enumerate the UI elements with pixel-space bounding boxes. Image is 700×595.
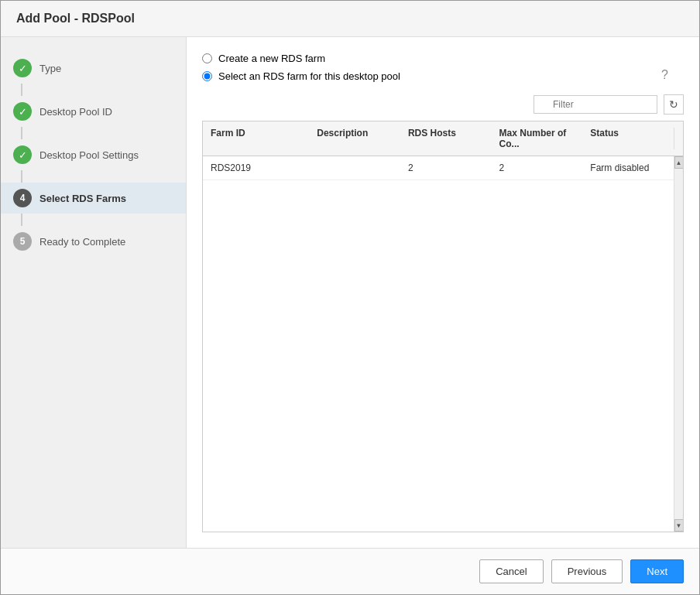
title-text: Add Pool - RDSPool	[16, 12, 135, 25]
sidebar-item-select-rds-farms[interactable]: 4 Select RDS Farms	[1, 183, 186, 214]
filter-wrap: ▼	[534, 95, 657, 114]
table-scrollbar: ▲ ▼	[674, 156, 683, 532]
radio-create-new-input[interactable]	[202, 53, 212, 63]
step-5-label: Ready to Complete	[39, 236, 125, 248]
radio-select-existing[interactable]: Select an RDS farm for this desktop pool	[202, 70, 684, 82]
sidebar-item-desktop-pool-settings[interactable]: ✓ Desktop Pool Settings	[1, 139, 186, 170]
add-pool-dialog: Add Pool - RDSPool ✓ Type ✓ Desktop Pool…	[0, 0, 700, 595]
table-body: RDS2019 2 2 Farm disabled ▲ ▼	[203, 156, 683, 532]
previous-button[interactable]: Previous	[551, 559, 623, 583]
radio-select-existing-input[interactable]	[202, 71, 212, 81]
sidebar-item-desktop-pool-id[interactable]: ✓ Desktop Pool ID	[1, 96, 186, 127]
step-5-icon: 5	[13, 232, 32, 251]
step-4-label: Select RDS Farms	[39, 193, 126, 204]
farms-table: Farm ID Description RDS Hosts Max Number…	[202, 121, 684, 532]
refresh-button[interactable]: ↻	[664, 94, 684, 115]
step-1-label: Type	[39, 63, 61, 74]
help-icon[interactable]: ?	[661, 68, 668, 82]
radio-create-new-label: Create a new RDS farm	[218, 53, 325, 64]
radio-select-existing-label: Select an RDS farm for this desktop pool	[218, 70, 400, 82]
cancel-button[interactable]: Cancel	[479, 559, 543, 583]
sidebar-item-ready-to-complete[interactable]: 5 Ready to Complete	[1, 226, 186, 257]
step-2-icon: ✓	[13, 102, 32, 121]
scroll-down-btn[interactable]: ▼	[674, 519, 684, 532]
next-button[interactable]: Next	[630, 559, 684, 583]
step-3-icon: ✓	[13, 145, 32, 164]
dialog-footer: Cancel Previous Next	[1, 548, 699, 594]
radio-create-new[interactable]: Create a new RDS farm	[202, 53, 684, 64]
cell-rds-hosts: 2	[400, 162, 492, 173]
step-connector-2	[21, 127, 22, 139]
cell-max-number: 2	[492, 162, 583, 173]
table-row[interactable]: RDS2019 2 2 Farm disabled	[203, 156, 674, 180]
dialog-title: Add Pool - RDSPool	[1, 1, 699, 37]
cell-farm-id: RDS2019	[203, 162, 309, 173]
scroll-up-btn[interactable]: ▲	[674, 156, 684, 169]
main-content: ? Create a new RDS farm Select an RDS fa…	[187, 37, 699, 548]
col-farm-id: Farm ID	[203, 128, 309, 149]
step-2-label: Desktop Pool ID	[39, 106, 112, 118]
content-top: ? Create a new RDS farm Select an RDS fa…	[202, 53, 684, 121]
step-4-icon: 4	[13, 189, 32, 207]
cell-status: Farm disabled	[582, 162, 674, 173]
filter-input[interactable]	[534, 95, 657, 114]
col-rds-hosts: RDS Hosts	[400, 128, 492, 149]
step-1-icon: ✓	[13, 59, 32, 77]
radio-group: Create a new RDS farm Select an RDS farm…	[202, 53, 684, 82]
step-3-label: Desktop Pool Settings	[39, 149, 139, 161]
scroll-track	[674, 169, 684, 519]
dialog-body: ✓ Type ✓ Desktop Pool ID ✓ Desktop Pool …	[1, 37, 699, 548]
steps-sidebar: ✓ Type ✓ Desktop Pool ID ✓ Desktop Pool …	[1, 37, 187, 548]
col-description: Description	[309, 128, 400, 149]
step-connector-3	[21, 170, 22, 183]
step-connector-4	[21, 214, 22, 226]
table-header: Farm ID Description RDS Hosts Max Number…	[203, 121, 683, 156]
table-rows-wrap: RDS2019 2 2 Farm disabled	[203, 156, 674, 532]
cell-description	[309, 162, 400, 173]
step-connector-1	[21, 84, 22, 96]
sidebar-item-type[interactable]: ✓ Type	[1, 53, 186, 84]
col-status: Status	[582, 128, 674, 149]
col-max-number: Max Number of Co...	[492, 128, 583, 149]
filter-row: ▼ ↻	[202, 94, 684, 115]
